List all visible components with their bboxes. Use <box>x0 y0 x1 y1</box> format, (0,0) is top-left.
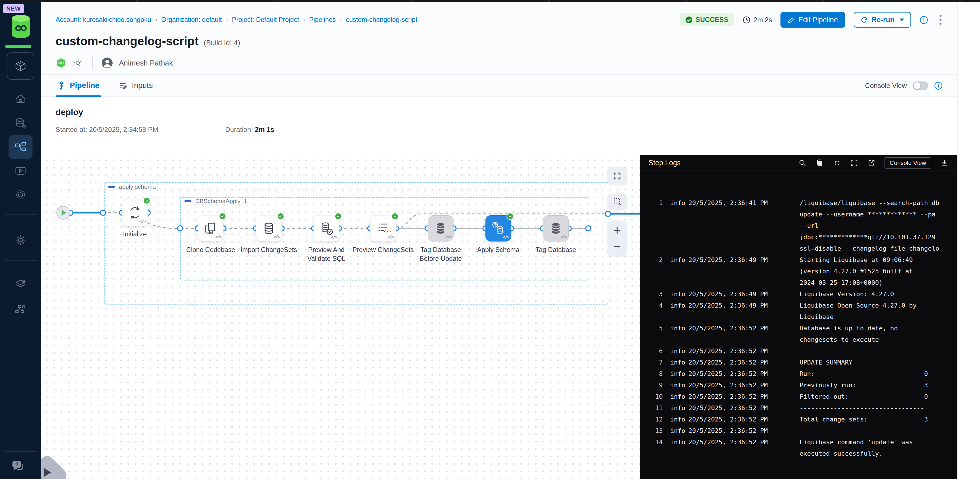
execution-duration: 2m 2s <box>743 16 772 24</box>
edit-pipeline-button[interactable]: Edit Pipeline <box>781 12 845 28</box>
log-line: 6info20/5/2025, 2:36:52 PM <box>649 346 957 356</box>
pipeline-start-node[interactable] <box>56 206 70 220</box>
tab-inputs[interactable]: Inputs <box>117 75 155 97</box>
log-output[interactable]: 1info20/5/2025, 2:36:41 PM/liquibase/liq… <box>640 171 957 479</box>
breadcrumb: Account: kurosakiichigo.songoku›Organiza… <box>56 16 417 24</box>
layers-gear-icon <box>14 278 27 291</box>
log-download-icon[interactable] <box>940 159 948 167</box>
success-check-icon <box>506 213 514 220</box>
rerun-button[interactable]: Re-run <box>854 12 911 28</box>
breadcrumb-link[interactable]: Organization: default <box>161 16 222 24</box>
canvas-zoom-controls[interactable]: + − <box>608 221 627 256</box>
zoom-in-button[interactable]: + <box>613 222 621 238</box>
sidebar-item-connectors[interactable] <box>8 297 32 321</box>
marquee-select-icon <box>612 197 622 206</box>
canvas-fullscreen-button[interactable] <box>608 167 627 185</box>
log-settings-icon[interactable] <box>833 159 841 167</box>
log-line: 7info20/5/2025, 2:36:52 PMUPDATE SUMMARY <box>649 357 957 368</box>
breadcrumb-separator: › <box>303 16 305 24</box>
sidebar-item-executions[interactable] <box>8 159 32 183</box>
more-options-button[interactable] <box>937 14 944 26</box>
harness-dbops-logo-icon[interactable] <box>10 14 31 39</box>
pipeline-step-clone-codebase[interactable]: </> Clone Codebase <box>198 215 223 241</box>
log-console-view-button[interactable]: Console View <box>885 157 931 168</box>
sidebar-item-db-devops[interactable] <box>8 111 32 135</box>
pipeline-settings-gear-icon[interactable] <box>73 58 83 68</box>
changesets-icon: </> <box>376 221 391 236</box>
help-chat-icon: ? <box>10 458 27 475</box>
clock-icon <box>743 16 751 24</box>
step-label: Tag Database Before Update <box>410 246 471 263</box>
log-line: 9info20/5/2025, 2:36:52 PMPreviously run… <box>649 380 957 390</box>
pipeline-step-preview-changesets[interactable]: </> </> Preview ChangeSets <box>370 215 396 241</box>
log-fullscreen-icon[interactable] <box>850 159 858 167</box>
success-check-icon <box>277 213 284 220</box>
database-solid-icon <box>549 221 563 236</box>
code-glyph: </> <box>139 219 145 224</box>
pipeline-step-tag-database-before-update[interactable]: </> Tag Database Before Update <box>428 215 453 241</box>
pipeline-step-initialize[interactable]: </> Initialize <box>122 200 148 226</box>
play-icon <box>62 210 66 216</box>
sidebar-item-project-settings[interactable] <box>8 183 32 207</box>
avatar <box>102 57 113 68</box>
step-label: Clone Codebase <box>180 246 242 254</box>
tab-bar: Pipeline Inputs Console View <box>41 75 957 97</box>
log-line: 11info20/5/2025, 2:36:52 PM-------------… <box>649 403 957 413</box>
log-open-external-icon[interactable] <box>867 159 875 167</box>
step-label: Preview And Validate SQL <box>296 246 357 263</box>
sidebar-item-module-selector[interactable] <box>7 52 34 80</box>
console-view-label: Console View <box>865 82 907 90</box>
breadcrumb-link[interactable]: Pipelines <box>309 16 336 24</box>
corner-arrow-icon[interactable] <box>44 468 51 477</box>
breadcrumb-link[interactable]: custom-changelog-script <box>346 16 417 24</box>
breadcrumb-link[interactable]: Project: Default Project <box>232 16 299 24</box>
refresh-icon <box>861 16 868 24</box>
database-solid-icon <box>433 221 448 236</box>
build-id: (Build Id: 4) <box>204 39 240 47</box>
executions-icon <box>14 164 27 178</box>
stage-started: Started at: 20/5/2025, 2:34:58 PM <box>56 125 225 133</box>
zoom-out-button[interactable]: − <box>613 238 621 255</box>
home-icon <box>14 92 27 106</box>
tab-pipeline[interactable]: Pipeline <box>56 75 101 97</box>
breadcrumb-separator: › <box>226 16 228 24</box>
log-line: 14info20/5/2025, 2:36:52 PMLiquibase com… <box>649 437 957 447</box>
pipeline-step-tag-database[interactable]: </> Tag Database <box>543 215 569 241</box>
code-glyph: </> <box>503 235 509 240</box>
pipeline-step-import-changesets[interactable]: </> Import ChangeSets <box>256 215 282 241</box>
sidebar-item-pipelines[interactable] <box>8 135 32 159</box>
pipeline-canvas[interactable]: apply schema DBSchemaApply_1 <box>41 155 640 479</box>
success-check-icon <box>335 213 342 220</box>
canvas-select-button[interactable] <box>608 194 627 209</box>
pipeline-step-apply-schema[interactable]: </> Apply Schema <box>485 215 511 241</box>
sidebar-divider <box>5 260 37 260</box>
sidebar-item-home[interactable] <box>8 87 32 111</box>
stage-summary: deploy Started at: 20/5/2025, 2:34:58 PM… <box>41 97 957 155</box>
sidebar: NEW <box>0 2 41 479</box>
module-indicator-bar <box>5 45 31 48</box>
log-line: --url <box>649 221 957 231</box>
sidebar-item-settings[interactable] <box>8 228 32 252</box>
log-search-icon[interactable] <box>799 159 807 167</box>
svg-text:</>: </> <box>384 229 391 233</box>
help-button[interactable]: ? <box>10 458 27 475</box>
chevron-down-icon[interactable] <box>900 19 904 21</box>
breadcrumb-link[interactable]: Account: kurosakiichigo.songoku <box>56 16 151 24</box>
log-line: 12info20/5/2025, 2:36:52 PMTotal change … <box>649 414 957 425</box>
log-copy-icon[interactable] <box>816 159 824 167</box>
author-name: Animesh Pathak <box>119 59 173 68</box>
console-view-toggle[interactable] <box>912 81 928 90</box>
success-check-icon <box>143 197 150 204</box>
code-glyph: </> <box>331 235 337 240</box>
step-label: Tag Database <box>525 246 587 254</box>
info-icon[interactable] <box>920 16 928 24</box>
new-badge: NEW <box>3 4 24 13</box>
page-header: Account: kurosakiichigo.songoku›Organiza… <box>41 2 957 75</box>
sidebar-item-environments[interactable] <box>8 272 32 296</box>
sidebar-divider <box>5 451 37 452</box>
code-glyph: </> <box>560 235 566 240</box>
log-line: 8info20/5/2025, 2:36:52 PMRun: 0 <box>649 369 957 379</box>
info-icon[interactable] <box>934 81 943 90</box>
pipeline-step-preview-and-validate-sql[interactable]: </> Preview And Validate SQL <box>313 215 339 241</box>
step-label: Apply Schema <box>468 246 529 254</box>
